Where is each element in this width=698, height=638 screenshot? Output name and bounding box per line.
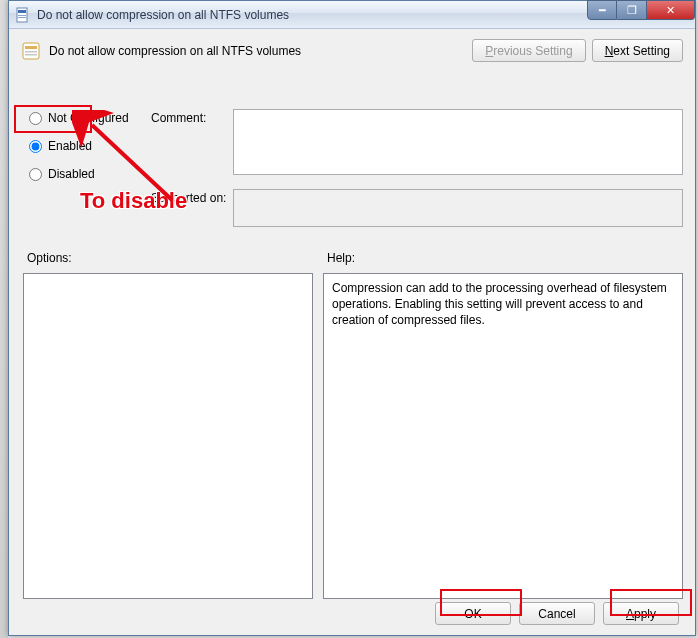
comment-label: Comment: [151,111,206,125]
radio-not-configured[interactable]: Not Configured [29,111,129,125]
help-panel: Compression can add to the processing ov… [323,273,683,599]
svg-rect-2 [18,15,26,16]
radio-disabled[interactable]: Disabled [29,167,129,181]
state-radio-group: Not Configured Enabled Disabled [29,111,129,181]
apply-button[interactable]: Apply [603,602,679,625]
client-area: Do not allow compression on all NTFS vol… [9,29,695,635]
help-text: Compression can add to the processing ov… [332,281,667,327]
radio-enabled-input[interactable] [29,140,42,153]
comment-input[interactable] [233,109,683,175]
supported-on-label: Supported on: [151,191,226,205]
svg-rect-7 [25,54,37,56]
svg-rect-6 [25,51,37,53]
policy-file-icon [15,7,31,23]
next-setting-button[interactable]: Next Setting [592,39,683,62]
radio-disabled-label: Disabled [48,167,95,181]
close-button[interactable]: ✕ [647,0,695,20]
policy-heading: Do not allow compression on all NTFS vol… [49,44,301,58]
ok-button[interactable]: OK [435,602,511,625]
supported-on-box [233,189,683,227]
policy-icon [21,41,41,61]
svg-rect-1 [18,10,26,13]
previous-setting-button[interactable]: Previous Setting [472,39,585,62]
radio-enabled[interactable]: Enabled [29,139,129,153]
nav-buttons: Previous Setting Next Setting [472,39,683,62]
cancel-button[interactable]: Cancel [519,602,595,625]
help-label: Help: [327,251,355,265]
window-controls: ━ ❐ ✕ [587,0,695,20]
titlebar[interactable]: Do not allow compression on all NTFS vol… [9,1,695,29]
radio-disabled-input[interactable] [29,168,42,181]
options-label: Options: [27,251,72,265]
minimize-button[interactable]: ━ [587,0,617,20]
policy-dialog-window: Do not allow compression on all NTFS vol… [8,0,696,636]
options-panel [23,273,313,599]
dialog-buttons: OK Cancel Apply [435,602,679,625]
radio-not-configured-label: Not Configured [48,111,129,125]
window-title: Do not allow compression on all NTFS vol… [37,8,289,22]
svg-rect-3 [18,17,26,18]
svg-rect-5 [25,46,37,49]
maximize-button[interactable]: ❐ [617,0,647,20]
radio-not-configured-input[interactable] [29,112,42,125]
radio-enabled-label: Enabled [48,139,92,153]
header-row: Do not allow compression on all NTFS vol… [21,39,683,62]
background-strip [0,0,8,638]
